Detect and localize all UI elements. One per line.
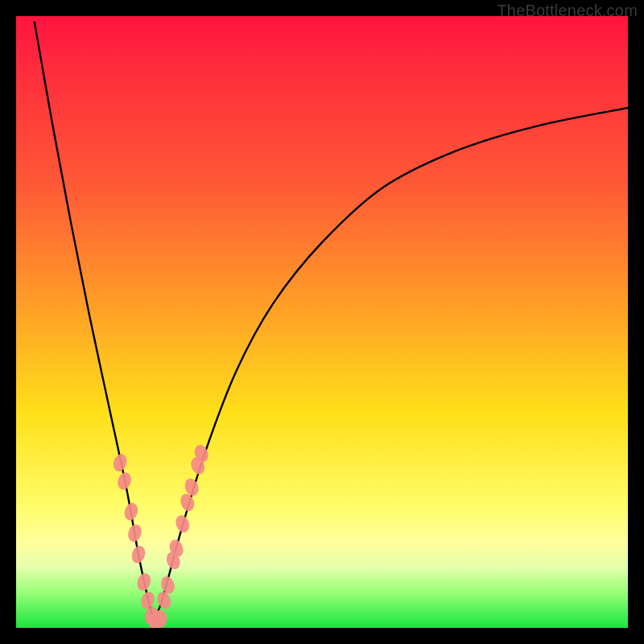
data-marker (126, 522, 143, 543)
data-marker (173, 514, 192, 535)
chart-frame: TheBottleneck.com (0, 0, 644, 644)
plot-area (16, 16, 628, 628)
data-marker (122, 502, 140, 522)
data-marker (111, 452, 129, 473)
watermark-label: TheBottleneck.com (497, 2, 638, 20)
data-marker (130, 544, 147, 565)
data-marker (135, 572, 153, 592)
data-marker (154, 610, 167, 628)
data-marker (116, 471, 134, 492)
marker-layer (16, 16, 628, 628)
